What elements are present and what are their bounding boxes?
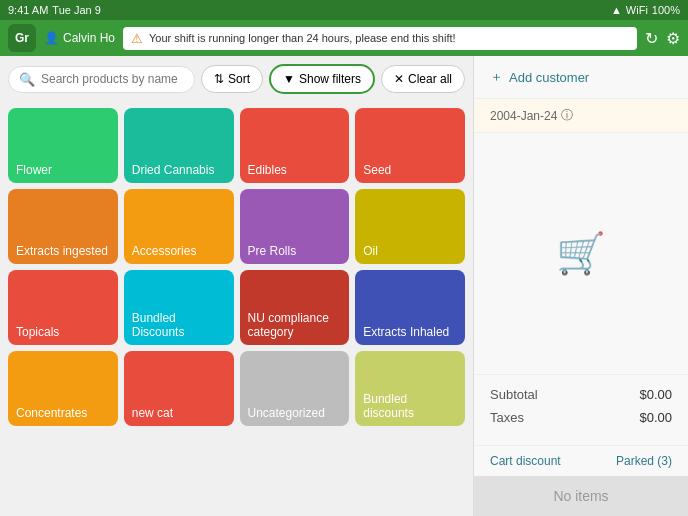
category-tile[interactable]: Edibles [240,108,350,183]
clear-all-button[interactable]: ✕ Clear all [381,65,465,93]
category-tile[interactable]: Extracts ingested [8,189,118,264]
category-grid: FlowerDried CannabisEdiblesSeedExtracts … [0,102,473,432]
sort-icon: ⇅ [214,72,224,86]
category-tile[interactable]: Bundled discounts [355,351,465,426]
clear-all-label: Clear all [408,72,452,86]
status-right: ▲ WiFi 100% [611,4,680,16]
search-icon: 🔍 [19,72,35,87]
totals-section: Subtotal $0.00 Taxes $0.00 [474,374,688,445]
category-tile[interactable]: Accessories [124,189,234,264]
toolbar: 🔍 ⇅ Sort ▼ Show filters ✕ Clear all [0,56,473,102]
taxes-value: $0.00 [639,410,672,425]
user-name: Calvin Ho [63,31,115,45]
date-bar: 2004-Jan-24 ⓘ [474,99,688,133]
add-customer-icon: ＋ [490,68,503,86]
sort-button[interactable]: ⇅ Sort [201,65,263,93]
subtotal-value: $0.00 [639,387,672,402]
user-icon: 👤 [44,31,59,45]
no-items-button: No items [474,476,688,516]
category-tile[interactable]: Extracts Inhaled [355,270,465,345]
refresh-button[interactable]: ↻ [645,29,658,48]
category-tile[interactable]: NU compliance category [240,270,350,345]
status-bar: 9:41 AM Tue Jan 9 ▲ WiFi 100% [0,0,688,20]
category-tile[interactable]: new cat [124,351,234,426]
wifi-icon: WiFi [626,4,648,16]
category-tile[interactable]: Dried Cannabis [124,108,234,183]
battery: 100% [652,4,680,16]
parked-badge: Parked (3) [616,454,672,468]
subtotal-row: Subtotal $0.00 [490,387,672,402]
subtotal-label: Subtotal [490,387,538,402]
category-tile[interactable]: Oil [355,189,465,264]
category-tile[interactable]: Pre Rolls [240,189,350,264]
day: Tue Jan 9 [52,4,101,16]
top-bar-actions: ↻ ⚙ [645,29,680,48]
sort-label: Sort [228,72,250,86]
time: 9:41 AM [8,4,48,16]
show-filters-label: Show filters [299,72,361,86]
empty-cart-icon: 🛒 [556,230,606,277]
cart-discount-label: Cart discount [490,454,561,468]
show-filters-button[interactable]: ▼ Show filters [269,64,375,94]
taxes-row: Taxes $0.00 [490,410,672,425]
category-tile[interactable]: Topicals [8,270,118,345]
search-input[interactable] [41,72,184,86]
status-left: 9:41 AM Tue Jan 9 [8,4,101,16]
left-panel: 🔍 ⇅ Sort ▼ Show filters ✕ Clear all Flow… [0,56,473,516]
top-bar: Gr 👤 Calvin Ho ⚠ Your shift is running l… [0,20,688,56]
empty-cart: 🛒 [474,133,688,374]
category-tile[interactable]: Concentrates [8,351,118,426]
right-panel: ＋ Add customer 2004-Jan-24 ⓘ 🛒 Subtotal … [473,56,688,516]
alert-text: Your shift is running longer than 24 hou… [149,32,456,44]
alert-icon: ⚠ [131,31,143,46]
date-text: 2004-Jan-24 [490,109,557,123]
clear-icon: ✕ [394,72,404,86]
cart-actions: Cart discount Parked (3) [474,445,688,476]
user-info: 👤 Calvin Ho [44,31,115,45]
search-box[interactable]: 🔍 [8,66,195,93]
add-customer-button[interactable]: ＋ Add customer [474,56,688,99]
taxes-label: Taxes [490,410,524,425]
cart-discount-button[interactable]: Cart discount [490,454,561,468]
app-logo: Gr [8,24,36,52]
category-tile[interactable]: Bundled Discounts [124,270,234,345]
info-icon: ⓘ [561,107,573,124]
category-tile[interactable]: Flower [8,108,118,183]
main-layout: 🔍 ⇅ Sort ▼ Show filters ✕ Clear all Flow… [0,56,688,516]
category-tile[interactable]: Uncategorized [240,351,350,426]
category-tile[interactable]: Seed [355,108,465,183]
signal-icon: ▲ [611,4,622,16]
alert-banner: ⚠ Your shift is running longer than 24 h… [123,27,637,50]
add-customer-label: Add customer [509,70,589,85]
settings-button[interactable]: ⚙ [666,29,680,48]
no-items-label: No items [553,488,608,504]
filter-icon: ▼ [283,72,295,86]
